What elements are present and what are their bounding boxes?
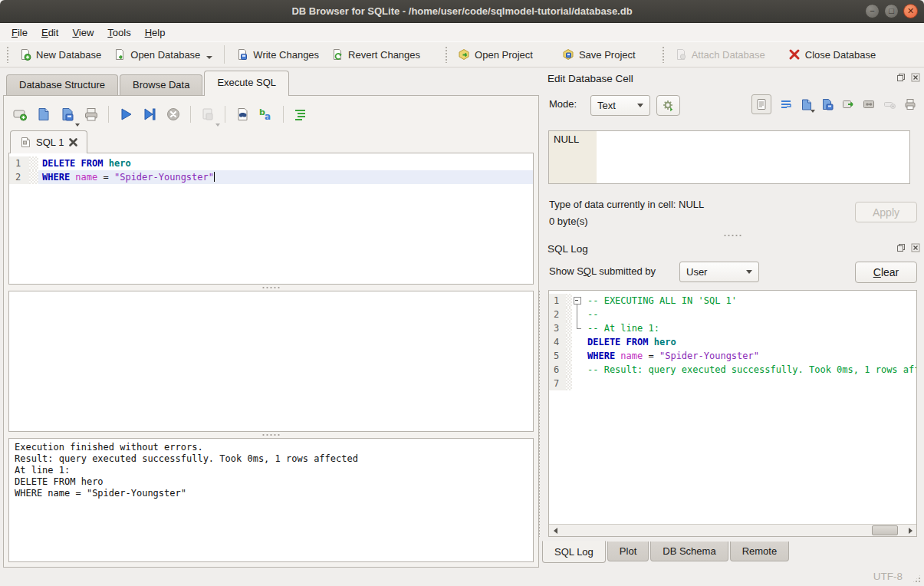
- align-indent-button[interactable]: [291, 104, 311, 124]
- close-dock-icon[interactable]: [910, 242, 921, 253]
- export-to-file-button[interactable]: [821, 98, 834, 110]
- scroll-right-icon[interactable]: [904, 525, 916, 536]
- menu-tools[interactable]: Tools: [100, 25, 137, 41]
- menu-help[interactable]: Help: [138, 25, 173, 41]
- sql-editor-toolbar: ba: [8, 100, 534, 128]
- image-link-button[interactable]: [863, 98, 875, 110]
- close-tab-icon[interactable]: [69, 138, 77, 146]
- close-dock-icon[interactable]: [910, 72, 921, 83]
- results-grid[interactable]: [8, 291, 534, 432]
- scroll-left-icon[interactable]: [549, 525, 561, 536]
- sql-log-dock-title: SQL Log: [541, 243, 588, 255]
- find-button[interactable]: [232, 104, 252, 124]
- open-database-button[interactable]: Open Database: [107, 44, 219, 64]
- toolbar-separator: [190, 106, 191, 123]
- attach-database-button[interactable]: Attach Database: [669, 44, 771, 64]
- open-in-external-button[interactable]: [842, 98, 854, 110]
- cell-value-editor[interactable]: NULL: [548, 130, 910, 184]
- dock-resize-handle[interactable]: [538, 290, 541, 537]
- minimize-button[interactable]: −: [865, 4, 880, 18]
- results-message-splitter[interactable]: [8, 432, 534, 438]
- close-database-button[interactable]: Close Database: [782, 44, 883, 64]
- float-dock-icon[interactable]: [896, 72, 906, 83]
- save-results-dropdown-icon[interactable]: [215, 123, 220, 127]
- main-toolbar: New Database Open Database Write Changes…: [0, 41, 924, 67]
- write-changes-button[interactable]: Write Changes: [230, 44, 325, 64]
- close-button[interactable]: ✕: [903, 4, 918, 18]
- cell-type-info: Type of data currently in cell: NULL: [549, 199, 704, 210]
- menu-bar: File Edit View Tools Help: [0, 23, 924, 41]
- save-project-icon: [562, 48, 574, 61]
- maximize-button[interactable]: □: [884, 4, 899, 18]
- toolbar-grip[interactable]: [6, 46, 10, 63]
- mode-label: Mode:: [549, 98, 577, 110]
- save-project-button[interactable]: Save Project: [556, 44, 642, 64]
- cell-size-info: 0 byte(s): [549, 216, 588, 227]
- fold-margin: [572, 377, 584, 390]
- menu-file[interactable]: File: [5, 25, 35, 41]
- encoding-indicator[interactable]: UTF-8: [873, 571, 903, 582]
- main-panel: Database Structure Browse Data Execute S…: [3, 69, 539, 568]
- menu-edit[interactable]: Edit: [35, 25, 65, 41]
- title-bar[interactable]: DB Browser for SQLite - /home/user/code/…: [0, 0, 924, 23]
- tab-database-structure[interactable]: Database Structure: [6, 74, 118, 95]
- code-line: 1-- EXECUTING ALL IN 'SQL 1': [549, 294, 916, 308]
- log-horizontal-scrollbar[interactable]: [549, 524, 916, 536]
- dock-tab-sql-log[interactable]: SQL Log: [542, 541, 606, 563]
- auto-apply-button[interactable]: [656, 95, 680, 116]
- scrollbar-thumb[interactable]: [872, 525, 898, 535]
- toolbar-grip[interactable]: [445, 46, 449, 63]
- execute-current-line-button[interactable]: [140, 104, 159, 124]
- editor-results-splitter[interactable]: [8, 285, 534, 291]
- fold-margin: [572, 363, 584, 377]
- tab-browse-data[interactable]: Browse Data: [120, 74, 202, 95]
- fold-margin: [572, 349, 584, 363]
- code-line: 6-- Result: query executed successfully.…: [549, 363, 916, 377]
- sql-log-view[interactable]: 1-- EXECUTING ALL IN 'SQL 1'2--3-- At li…: [548, 290, 917, 537]
- dock-tab-db-schema[interactable]: DB Schema: [650, 542, 728, 561]
- sql-doc-tab[interactable]: SQL 1: [10, 130, 87, 153]
- import-from-file-button[interactable]: [801, 98, 813, 110]
- toolbar-separator: [108, 106, 109, 123]
- word-wrap-button[interactable]: [780, 98, 792, 110]
- toolbar-grip[interactable]: [662, 46, 666, 63]
- apply-button[interactable]: Apply: [855, 202, 917, 222]
- workspace: Database Structure Browse Data Execute S…: [0, 67, 924, 568]
- save-sql-file-button[interactable]: [58, 104, 77, 124]
- stop-execution-button[interactable]: [163, 104, 183, 124]
- print-cell-button[interactable]: [904, 98, 916, 110]
- float-dock-icon[interactable]: [896, 242, 906, 253]
- execution-message-pane[interactable]: Execution finished without errors.Result…: [8, 438, 534, 562]
- chevron-down-icon: [637, 104, 643, 107]
- log-filter-combobox[interactable]: User: [679, 262, 759, 282]
- menu-view[interactable]: View: [65, 25, 100, 41]
- scrollbar-track[interactable]: [561, 525, 904, 536]
- fold-marker-icon[interactable]: [572, 294, 584, 308]
- new-database-button[interactable]: New Database: [13, 44, 107, 64]
- dock-splitter[interactable]: [541, 232, 924, 239]
- revert-changes-button[interactable]: Revert Changes: [325, 44, 426, 64]
- clear-log-button[interactable]: Clear: [855, 262, 917, 283]
- save-results-button[interactable]: [198, 104, 218, 124]
- tab-execute-sql[interactable]: Execute SQL: [204, 71, 289, 96]
- dock-tab-plot[interactable]: Plot: [607, 542, 649, 561]
- text-document-button[interactable]: [751, 94, 771, 114]
- open-database-dropdown-icon[interactable]: [206, 56, 212, 59]
- import-dropdown-icon[interactable]: [811, 110, 815, 113]
- mode-combobox[interactable]: Text: [590, 95, 650, 116]
- dock-tab-remote[interactable]: Remote: [730, 542, 790, 561]
- new-sql-tab-button[interactable]: [10, 104, 30, 124]
- resize-grip[interactable]: [912, 574, 922, 584]
- window-controls: − □ ✕: [865, 4, 918, 18]
- set-null-button[interactable]: [883, 98, 896, 110]
- open-project-button[interactable]: Open Project: [452, 44, 539, 64]
- sql-editor[interactable]: 1DELETE FROM hero2WHERE name = "Spider-Y…: [8, 153, 534, 285]
- print-sql-button[interactable]: [81, 104, 101, 124]
- sql-log-code: 1-- EXECUTING ALL IN 'SQL 1'2--3-- At li…: [549, 291, 916, 524]
- auto-format-button[interactable]: ba: [256, 104, 276, 124]
- open-sql-file-button[interactable]: [34, 104, 54, 124]
- sql-file-icon: [20, 137, 31, 148]
- attach-database-icon: [675, 48, 687, 61]
- save-sql-dropdown-icon[interactable]: [75, 123, 80, 127]
- execute-sql-button[interactable]: [116, 104, 136, 124]
